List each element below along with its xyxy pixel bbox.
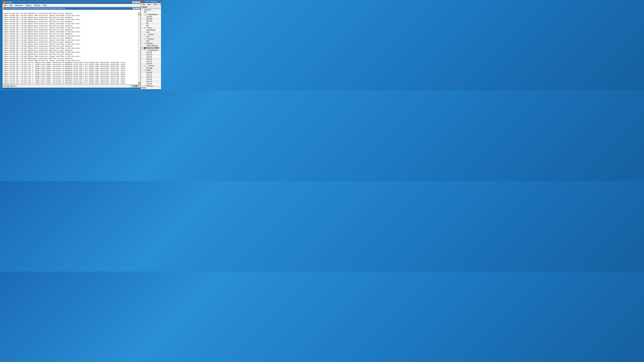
section-row[interactable]: -Clocks xyxy=(141,69,161,71)
expand-icon[interactable]: - xyxy=(144,27,146,29)
log-line: [Work thread Jan 7 16:10] Test 1, 22000 … xyxy=(4,64,138,66)
prime95-sub-title: Self-Test,Self-Test,Self-Test,Self-Test,… xyxy=(6,8,66,9)
hwmon-menu-tools[interactable]: Tools xyxy=(153,3,158,5)
hwmon-menubar: File View Tools Help xyxy=(141,3,161,6)
hwmon-status-text: Ready xyxy=(142,87,146,89)
prime95-menu-help[interactable]: Help xyxy=(42,4,47,6)
prime95-menu-options[interactable]: Options xyxy=(25,4,32,6)
chip-row: -Intel Xeon X5650 xyxy=(141,47,161,49)
sensor-label: AUXTIN xyxy=(141,20,161,22)
expand-icon[interactable]: - xyxy=(142,47,144,49)
prime95-close-button[interactable]: ✕ xyxy=(138,1,140,3)
hwmon-title: CPUID HWMonitor xyxy=(144,1,158,2)
prime95-sub-close[interactable]: ✕ xyxy=(138,7,140,9)
prime95-log-area: [Work thread Jan 7 16:10] Beginning a co… xyxy=(3,12,138,86)
sensor-label: IOH Core xyxy=(141,9,161,11)
section-row[interactable]: -⚡Powers xyxy=(141,65,161,67)
prime95-icon: P xyxy=(3,1,6,3)
log-line: [Work thread Jan 7 16:10] Please read st… xyxy=(4,31,138,33)
sensor-label: System Memory xyxy=(141,45,161,47)
prime95-maximize-button[interactable]: □ xyxy=(135,1,138,3)
prime95-minimize-button[interactable]: _ xyxy=(132,1,135,3)
table-row: CPUTIN33 °C (91 °F)20 °C (68 °F)67 °C (1… xyxy=(141,18,161,20)
prime95-status-text: For Help, press F1 xyxy=(3,85,16,87)
prime95-statusbar: For Help, press F1 NUM xyxy=(2,85,141,88)
prime95-menu-edit[interactable]: Edit xyxy=(9,4,13,6)
log-line: [Work thread Jan 7 16:10] Please read st… xyxy=(4,47,138,49)
log-line: [Work thread Jan 7 16:10] Test 1, 22000 … xyxy=(4,80,138,82)
log-line: [Work thread Jan 7 16:10] Please read st… xyxy=(4,51,138,53)
hwmon-menu-file[interactable]: File xyxy=(142,3,146,5)
log-line: [Work thread Jan 7 16:10] Beginning a co… xyxy=(4,21,138,23)
section-label: Powers xyxy=(148,34,154,35)
log-line: [Work thread Jan 7 16:10] Test 1, 22000 … xyxy=(4,68,138,70)
section-row[interactable]: -Utilization xyxy=(141,85,161,86)
log-line: [Work thread Jan 7 16:10] Test 1, 22000 … xyxy=(4,72,138,74)
log-line: [Work thread Jan 7 16:10] Test 1, 22000 … xyxy=(4,74,138,76)
table-row: Core #22670 MHz1602 MHz2670 MHz xyxy=(141,76,161,78)
table-row: Core #338 °C (100 °F)24 °C (75 °F)40 °C … xyxy=(141,58,161,60)
expand-icon[interactable]: - xyxy=(144,38,146,40)
prime95-menu-advanced[interactable]: Advanced xyxy=(14,4,23,6)
expand-icon[interactable]: - xyxy=(144,43,146,44)
expand-icon[interactable]: - xyxy=(144,34,146,35)
expand-icon[interactable]: - xyxy=(144,70,146,71)
prime95-menu-test[interactable]: Test xyxy=(3,4,7,6)
expand-icon[interactable]: - xyxy=(144,85,146,86)
log-line: [Work thread Jan 7 16:10] Please read st… xyxy=(4,39,138,41)
table-row: Core #32670 MHz1602 MHz2670 MHz xyxy=(141,78,161,80)
sensor-label: CPUTIN xyxy=(141,18,161,20)
prime95-content-area: P Self-Test,Self-Test,Self-Test,Self-Tes… xyxy=(3,7,140,84)
section-row[interactable]: -⚡Powers xyxy=(141,33,161,36)
sensor-label: Core #2 xyxy=(141,76,161,78)
current-icon: ~ xyxy=(146,38,147,40)
prime95-sub-icon: P xyxy=(4,8,6,9)
expand-icon[interactable]: - xyxy=(144,65,146,67)
table-row: IOH Core1.111 V1.111 V1.118 V xyxy=(141,9,161,11)
log-line: [Work thread Jan 7 16:10] Please read st… xyxy=(4,19,138,21)
prime95-scroll-down[interactable]: ▼ xyxy=(138,82,140,84)
prime95-sub-restore[interactable]: □ xyxy=(135,7,137,9)
log-line: [Work thread Jan 7 16:10] Please read st… xyxy=(4,43,138,45)
table-row: SYSTIN28 °C (82 °F)28 °C (82 °F)28 °C (8… xyxy=(141,16,161,18)
log-line: [Work thread Jan 7 16:10] Beginning a co… xyxy=(4,37,138,39)
table-row: CPU2037 RPM2034 RPM2046 RPM xyxy=(141,31,161,33)
table-row: Core #540 °C (104 °F)23 °C (73 °F)41 °C … xyxy=(141,62,161,65)
table-row: Core #52670 MHz1602 MHz2671 MHz xyxy=(141,83,161,85)
section-row[interactable]: -✦Fans xyxy=(141,27,161,29)
prime95-title-controls: _ □ ✕ xyxy=(132,1,140,3)
sensor-label: Core #0 xyxy=(141,71,161,74)
sensor-label: Core #4 xyxy=(141,80,161,83)
sensor-label: Core #3 xyxy=(141,78,161,80)
prime95-sub-title-left: P Self-Test,Self-Test,Self-Test,Self-Tes… xyxy=(4,8,66,9)
expand-icon[interactable]: - xyxy=(144,49,146,51)
prime95-title: Prime95 xyxy=(6,1,12,3)
log-line: [Work thread Jan 7 16:10] Beginning a co… xyxy=(4,45,138,47)
expand-icon[interactable]: - xyxy=(144,14,146,15)
prime95-num-label: NUM xyxy=(134,85,138,87)
prime95-scrollbar-thumb[interactable] xyxy=(138,12,140,15)
prime95-sub-minimize[interactable]: _ xyxy=(133,7,135,9)
section-row[interactable]: -🌡Temperatures xyxy=(141,49,161,51)
prime95-menu-window[interactable]: Window xyxy=(34,4,41,6)
prime95-menubar: Test Edit Advanced Options Window Help xyxy=(2,4,141,7)
log-line: [Work thread Jan 7 16:10] Please read st… xyxy=(4,35,138,37)
hwmon-menu-help[interactable]: Help xyxy=(159,3,161,5)
sensor-label: CPU xyxy=(141,31,161,33)
section-label: Temperatures xyxy=(148,13,158,15)
sensor-label: Core #1 xyxy=(141,74,161,76)
hwmon-menu-view[interactable]: View xyxy=(147,3,152,5)
table-row: Core #239 °C (102 °F)25 °C (77 °F)40 °C … xyxy=(141,56,161,58)
table-row: Package109.97 W20.52 W109.97 W xyxy=(141,67,161,69)
section-row[interactable]: -🌡Temperatures xyxy=(141,13,161,16)
prime95-scrollbar-v[interactable]: ▼ xyxy=(138,12,140,84)
hwmon-icon: C xyxy=(142,1,144,2)
section-row[interactable]: -Utilization xyxy=(141,42,161,45)
table-row: Core #02670 MHz1602 MHz2670 MHz xyxy=(141,71,161,74)
prime95-sub-titlebar: P Self-Test,Self-Test,Self-Test,Self-Tes… xyxy=(3,7,140,10)
section-row[interactable]: -~Currents xyxy=(141,38,161,40)
hwmon-table-container[interactable]: IOH Core1.111 V1.111 V1.118 VOPI1.217 V1… xyxy=(141,9,161,86)
sensor-label: Core #0 xyxy=(141,51,161,54)
table-row: CPU39.13 W7.13 W39.44 W xyxy=(141,36,161,38)
hwmon-window: C CPUID HWMonitor _ □ ✕ File View Tools … xyxy=(141,0,161,89)
